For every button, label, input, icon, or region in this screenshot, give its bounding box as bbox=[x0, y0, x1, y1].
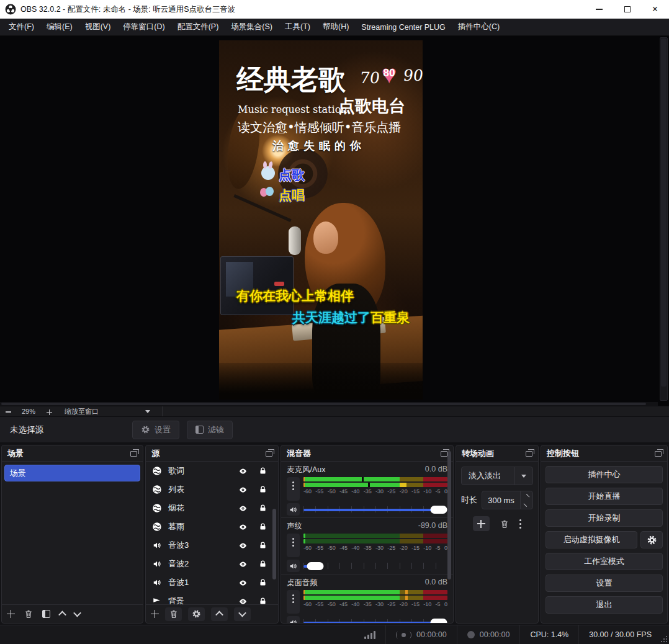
scene-item[interactable]: 场景 bbox=[4, 465, 140, 481]
menu-plugin-center[interactable]: 插件中心(C) bbox=[452, 19, 506, 35]
sources-scrollbar[interactable] bbox=[272, 509, 276, 579]
exit-button[interactable]: 退出 bbox=[546, 596, 663, 614]
source-row[interactable]: 音波1 bbox=[146, 573, 278, 592]
source-row[interactable]: 列表 bbox=[146, 480, 278, 499]
move-scene-down-button[interactable] bbox=[74, 611, 80, 617]
add-scene-button[interactable] bbox=[7, 610, 15, 618]
slider-handle[interactable] bbox=[431, 506, 447, 514]
remove-scene-button[interactable] bbox=[24, 609, 33, 619]
lock-icon[interactable] bbox=[259, 541, 267, 550]
mixer-scrollbar[interactable] bbox=[447, 451, 451, 579]
remove-source-button[interactable] bbox=[165, 607, 182, 621]
start-virtual-camera-button[interactable]: 启动虚拟摄像机 bbox=[546, 531, 637, 548]
program-video[interactable]: 经典老歌 70 ♥ 80 90 Music request station 点歌… bbox=[219, 40, 423, 400]
source-row[interactable]: 背景 bbox=[146, 592, 278, 604]
transition-select[interactable]: 淡入淡出 bbox=[461, 467, 533, 485]
settings-button[interactable]: 设置 bbox=[546, 575, 663, 592]
popout-icon[interactable] bbox=[526, 451, 532, 457]
fit-to-window-label[interactable]: 缩放至窗口 bbox=[65, 407, 99, 416]
volume-slider[interactable] bbox=[303, 616, 447, 623]
visibility-eye-icon[interactable] bbox=[238, 542, 248, 550]
add-source-button[interactable] bbox=[151, 610, 159, 618]
channel-menu-button[interactable] bbox=[287, 590, 300, 614]
zoom-out-button[interactable] bbox=[0, 408, 16, 415]
preview-horizontal-scrollbar[interactable] bbox=[0, 402, 658, 406]
lock-icon[interactable] bbox=[259, 578, 267, 587]
start-streaming-button[interactable]: 开始直播 bbox=[546, 488, 663, 505]
lock-icon[interactable] bbox=[259, 485, 267, 494]
menu-tools[interactable]: 工具(T) bbox=[279, 19, 317, 35]
menu-help[interactable]: 帮助(H) bbox=[317, 19, 355, 35]
audio-source-icon bbox=[151, 541, 162, 550]
visibility-eye-icon[interactable] bbox=[238, 467, 248, 475]
transition-menu-button[interactable] bbox=[519, 519, 522, 522]
channel-menu-button[interactable] bbox=[287, 534, 300, 557]
minimize-button[interactable] bbox=[585, 0, 613, 19]
remove-transition-button[interactable] bbox=[500, 519, 509, 529]
menu-docks[interactable]: 停靠窗口(D) bbox=[117, 19, 171, 35]
zoom-in-button[interactable] bbox=[41, 408, 57, 415]
lock-icon[interactable] bbox=[259, 467, 267, 475]
popout-icon[interactable] bbox=[266, 451, 272, 457]
menu-edit[interactable]: 编辑(E) bbox=[40, 19, 79, 35]
slider-handle[interactable] bbox=[307, 562, 323, 570]
visibility-eye-icon[interactable] bbox=[238, 486, 248, 494]
source-row[interactable]: 音波3 bbox=[146, 536, 278, 555]
add-transition-button[interactable] bbox=[473, 516, 490, 531]
visibility-eye-icon[interactable] bbox=[238, 523, 248, 531]
menu-view[interactable]: 视图(V) bbox=[79, 19, 117, 35]
visibility-eye-icon[interactable] bbox=[238, 560, 248, 568]
duration-spinbox[interactable]: 300 ms bbox=[482, 491, 533, 509]
preview-vertical-scrollbar[interactable] bbox=[660, 37, 668, 401]
source-row[interactable]: 歌词 bbox=[146, 462, 278, 480]
lock-icon[interactable] bbox=[259, 504, 267, 512]
mute-button[interactable] bbox=[287, 503, 300, 516]
move-source-up-button[interactable] bbox=[211, 607, 228, 621]
menu-profile[interactable]: 配置文件(P) bbox=[171, 19, 225, 35]
mute-button[interactable] bbox=[287, 560, 300, 572]
popout-icon[interactable] bbox=[441, 451, 447, 457]
zoom-dropdown-button[interactable] bbox=[140, 410, 156, 413]
source-row[interactable]: 烟花 bbox=[146, 499, 278, 517]
preview-canvas[interactable]: 经典老歌 70 ♥ 80 90 Music request station 点歌… bbox=[0, 36, 669, 406]
lock-icon[interactable] bbox=[259, 597, 267, 604]
slider-handle[interactable] bbox=[431, 619, 447, 624]
volume-slider[interactable] bbox=[303, 503, 447, 516]
source-properties-button[interactable]: 设置 bbox=[132, 421, 179, 439]
move-scene-up-button[interactable] bbox=[60, 611, 65, 617]
source-row[interactable]: 音波2 bbox=[146, 555, 278, 573]
plugin-center-button[interactable]: 插件中心 bbox=[546, 466, 663, 483]
chevron-down-icon bbox=[238, 609, 246, 617]
studio-mode-button[interactable]: 工作室模式 bbox=[546, 553, 663, 570]
maximize-button[interactable] bbox=[613, 0, 641, 19]
mute-button[interactable] bbox=[287, 616, 300, 623]
source-properties-toolbar-button[interactable] bbox=[188, 607, 205, 621]
dock-area: 场景 场景 源 歌词列表烟花暮雨音波3音波2音波1背景 bbox=[0, 444, 669, 625]
start-recording-button[interactable]: 开始录制 bbox=[546, 509, 663, 527]
popout-icon[interactable] bbox=[655, 451, 662, 457]
transitions-dock: 转场动画 淡入淡出 时长 300 ms bbox=[456, 445, 539, 624]
visibility-eye-icon[interactable] bbox=[238, 504, 248, 512]
source-name: 音波1 bbox=[168, 577, 238, 588]
channel-menu-button[interactable] bbox=[287, 477, 300, 501]
virtual-camera-settings-button[interactable] bbox=[640, 531, 663, 548]
lock-icon[interactable] bbox=[259, 522, 267, 531]
duration-increase-button[interactable] bbox=[521, 491, 532, 500]
balloon-icon bbox=[260, 187, 274, 202]
menu-scene-collection[interactable]: 场景集合(S) bbox=[225, 19, 279, 35]
volume-slider[interactable] bbox=[303, 560, 447, 572]
move-source-down-button[interactable] bbox=[234, 607, 251, 621]
menu-streaming-center[interactable]: Streaming Center PLUG bbox=[355, 19, 451, 35]
chevron-up-icon bbox=[524, 493, 530, 499]
visibility-eye-icon[interactable] bbox=[238, 597, 248, 605]
scene-filters-button[interactable] bbox=[42, 610, 50, 618]
source-row[interactable]: 暮雨 bbox=[146, 517, 278, 536]
source-filters-button[interactable]: 滤镜 bbox=[187, 421, 233, 439]
menu-file[interactable]: 文件(F) bbox=[2, 19, 40, 35]
duration-decrease-button[interactable] bbox=[521, 500, 532, 509]
popout-icon[interactable] bbox=[130, 451, 137, 457]
visibility-eye-icon[interactable] bbox=[238, 579, 248, 587]
resize-grip[interactable] bbox=[661, 636, 667, 642]
close-button[interactable]: × bbox=[641, 0, 669, 19]
lock-icon[interactable] bbox=[259, 560, 267, 568]
